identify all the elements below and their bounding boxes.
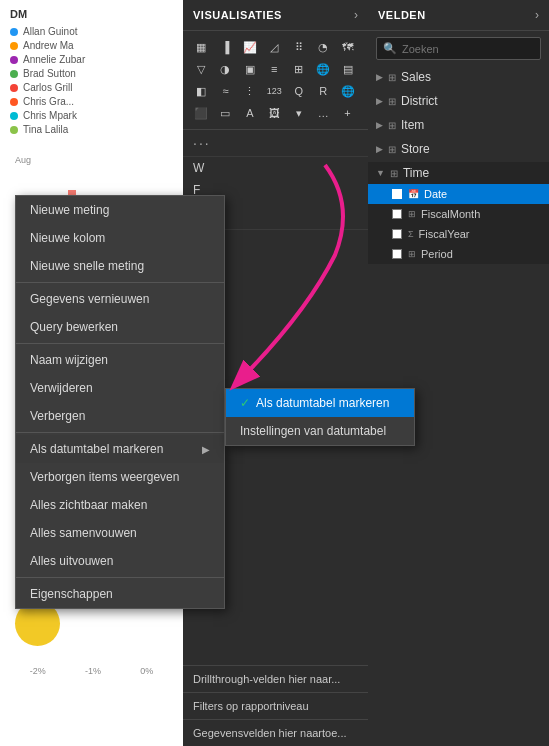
vis-icon-area[interactable]: ◿ <box>264 37 284 57</box>
menu-item-nieuwe-kolom[interactable]: Nieuwe kolom <box>16 224 224 252</box>
field-table-icon-item: ⊞ <box>388 120 396 131</box>
separator-2 <box>16 343 224 344</box>
pct-labels: -2% -1% 0% <box>0 666 183 676</box>
aug-label: Aug <box>15 155 31 165</box>
field-group-header-sales[interactable]: ▶ ⊞ Sales <box>368 66 549 88</box>
legend-item: Allan Guinot <box>10 26 173 37</box>
vis-icon-gauge[interactable]: ◑ <box>215 59 235 79</box>
menu-item-alles-uitvouwen[interactable]: Alles uitvouwen <box>16 547 224 575</box>
legend-item: Andrew Ma <box>10 40 173 51</box>
vis-w-label: W <box>183 157 368 179</box>
menu-item-query[interactable]: Query bewerken <box>16 313 224 341</box>
vis-icon-funnel[interactable]: ▽ <box>191 59 211 79</box>
vis-icon-text[interactable]: A <box>240 103 260 123</box>
field-type-icon-fiscalyear: Σ <box>408 229 414 239</box>
menu-item-gegevens[interactable]: Gegevens vernieuwen <box>16 285 224 313</box>
vis-icon-treemap[interactable]: ▤ <box>338 59 358 79</box>
submenu-item-als-datum[interactable]: ✓ Als datumtabel markeren <box>226 389 414 417</box>
vis-icon-more[interactable]: … <box>313 103 333 123</box>
menu-item-nieuwe-meting[interactable]: Nieuwe meting <box>16 196 224 224</box>
legend-dot <box>10 98 18 106</box>
vis-icon-map[interactable]: 🗺 <box>338 37 358 57</box>
legend-item-label: Tina Lalila <box>23 124 68 135</box>
field-group-sales: ▶ ⊞ Sales <box>368 66 549 88</box>
vis-icon-scatter[interactable]: ⠿ <box>289 37 309 57</box>
vis-icon-extra[interactable]: + <box>338 103 358 123</box>
fields-panel: VELDEN › 🔍 ▶ ⊞ Sales ▶ ⊞ District ▶ ⊞ It… <box>368 0 549 746</box>
legend-dot <box>10 42 18 50</box>
legend-item-label: Annelie Zubar <box>23 54 85 65</box>
three-dots-icon[interactable]: ··· <box>193 135 211 151</box>
menu-item-verwijderen[interactable]: Verwijderen <box>16 374 224 402</box>
search-icon: 🔍 <box>383 42 397 55</box>
vis-icon-ribbon[interactable]: ≈ <box>215 81 235 101</box>
legend-item: Chris Gra... <box>10 96 173 107</box>
menu-item-nieuwe-snelle[interactable]: Nieuwe snelle meting <box>16 252 224 280</box>
field-item-date[interactable]: 📅 Date <box>368 184 549 204</box>
legend-item-label: Brad Sutton <box>23 68 76 79</box>
vis-bottom-items: Drillthrough-velden hier naar... Filters… <box>183 665 368 746</box>
field-arrow-item: ▶ <box>376 120 383 130</box>
menu-item-eigenschappen[interactable]: Eigenschappen <box>16 580 224 608</box>
vis-icon-decomp[interactable]: ⋮ <box>240 81 260 101</box>
legend-title: DM <box>10 8 173 20</box>
vis-icon-r[interactable]: R <box>313 81 333 101</box>
filter-rapport-item[interactable]: Filters op rapportniveau <box>183 692 368 719</box>
vis-options-bar: ··· <box>183 130 368 157</box>
vis-icon-matrix[interactable]: ⊞ <box>289 59 309 79</box>
search-box[interactable]: 🔍 <box>376 37 541 60</box>
vis-header-arrow[interactable]: › <box>354 8 358 22</box>
field-group-header-item[interactable]: ▶ ⊞ Item <box>368 114 549 136</box>
field-checkbox-fiscalmonth[interactable] <box>392 209 402 219</box>
vis-icon-img[interactable]: 🖼 <box>264 103 284 123</box>
vis-icon-globe2[interactable]: 🌐 <box>338 81 358 101</box>
field-item-fiscalmonth[interactable]: ⊞ FiscalMonth <box>368 204 549 224</box>
field-group-header-district[interactable]: ▶ ⊞ District <box>368 90 549 112</box>
legend-dot <box>10 70 18 78</box>
drillthrough-item-1[interactable]: Drillthrough-velden hier naar... <box>183 665 368 692</box>
vis-icon-qna[interactable]: Q <box>289 81 309 101</box>
vis-icon-pie[interactable]: ◔ <box>313 37 333 57</box>
legend-item: Carlos Grill <box>10 82 173 93</box>
menu-item-verborgen[interactable]: Verborgen items weergeven <box>16 463 224 491</box>
field-checkbox-date[interactable] <box>392 189 402 199</box>
menu-item-verbergen[interactable]: Verbergen <box>16 402 224 430</box>
submenu: ✓ Als datumtabel markeren Instellingen v… <box>225 388 415 446</box>
vis-icon-table[interactable]: ≡ <box>264 59 284 79</box>
fields-header-title: VELDEN <box>378 9 426 21</box>
fields-header-arrow[interactable]: › <box>535 8 539 22</box>
vis-icon-py[interactable]: ⬛ <box>191 103 211 123</box>
field-name-time: Time <box>403 166 429 180</box>
vis-header: VISUALISATIES › <box>183 0 368 31</box>
field-item-fiscalyear[interactable]: Σ FiscalYear <box>368 224 549 244</box>
field-checkbox-fiscalyear[interactable] <box>392 229 402 239</box>
field-name-sales: Sales <box>401 70 431 84</box>
menu-item-als-datum[interactable]: Als datumtabel markeren ▶ <box>16 435 224 463</box>
menu-item-alles-zichtbaar[interactable]: Alles zichtbaar maken <box>16 491 224 519</box>
field-type-icon-fiscalmonth: ⊞ <box>408 209 416 219</box>
vis-icon-fill[interactable]: 🌐 <box>313 59 333 79</box>
menu-item-naam[interactable]: Naam wijzigen <box>16 346 224 374</box>
vis-icon-card[interactable]: ▣ <box>240 59 260 79</box>
field-name-item: Item <box>401 118 424 132</box>
search-input[interactable] <box>402 43 534 55</box>
field-item-period[interactable]: ⊞ Period <box>368 244 549 264</box>
vis-icon-filter[interactable]: ▾ <box>289 103 309 123</box>
vis-icon-123[interactable]: 123 <box>264 81 284 101</box>
vis-icon-shape[interactable]: ▭ <box>215 103 235 123</box>
field-name-district: District <box>401 94 438 108</box>
field-group-header-store[interactable]: ▶ ⊞ Store <box>368 138 549 160</box>
submenu-item-instellingen[interactable]: Instellingen van datumtabel <box>226 417 414 445</box>
menu-item-alles-samenvouen[interactable]: Alles samenvouwen <box>16 519 224 547</box>
field-group-header-time[interactable]: ▼ ⊞ Time <box>368 162 549 184</box>
vis-icon-bar[interactable]: ▦ <box>191 37 211 57</box>
vis-icon-line[interactable]: 📈 <box>240 37 260 57</box>
vis-icon-waterfall[interactable]: ◧ <box>191 81 211 101</box>
field-name-store: Store <box>401 142 430 156</box>
legend-item-label: Chris Mpark <box>23 110 77 121</box>
field-group-item: ▶ ⊞ Item <box>368 114 549 136</box>
field-checkbox-period[interactable] <box>392 249 402 259</box>
vis-icon-bar2[interactable]: ▐ <box>215 37 235 57</box>
gegevensvelden-item[interactable]: Gegevensvelden hier naartoe... <box>183 719 368 746</box>
vis-header-title: VISUALISATIES <box>193 9 282 21</box>
